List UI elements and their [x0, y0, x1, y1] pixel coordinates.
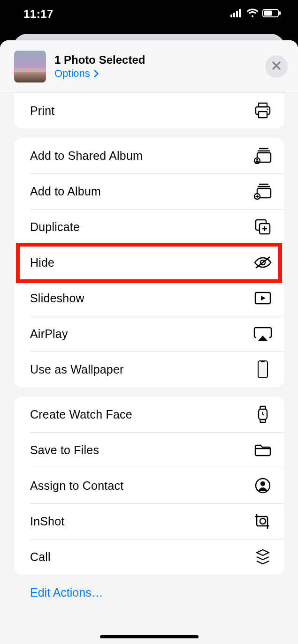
action-group: Create Watch Face Save to Files Assign t…	[14, 397, 284, 575]
slideshow-icon	[253, 288, 273, 308]
action-label: Create Watch Face	[30, 408, 253, 421]
svg-rect-6	[279, 11, 281, 15]
action-label: Hide	[30, 256, 253, 270]
action-assign-contact[interactable]: Assign to Contact	[14, 468, 284, 503]
svg-line-27	[256, 257, 270, 268]
action-group: Print	[14, 93, 284, 128]
action-duplicate[interactable]: Duplicate	[14, 209, 284, 245]
action-label: Call	[30, 550, 253, 564]
close-button[interactable]	[265, 55, 288, 78]
watch-icon	[253, 404, 273, 424]
hide-icon	[253, 253, 273, 272]
print-icon	[253, 101, 273, 120]
action-slideshow[interactable]: Slideshow	[14, 280, 284, 316]
shared-album-icon	[253, 146, 273, 165]
action-save-files[interactable]: Save to Files	[14, 432, 284, 468]
action-call[interactable]: Call	[14, 539, 284, 575]
svg-rect-29	[258, 361, 267, 378]
svg-rect-30	[261, 361, 265, 362]
add-album-icon	[253, 181, 273, 201]
actions-scroll[interactable]: Print Add to Shared Album Add to Album	[0, 93, 298, 644]
action-inshot[interactable]: InShot	[14, 503, 284, 539]
svg-rect-9	[259, 112, 267, 118]
header-text: 1 Photo Selected Options	[54, 53, 265, 80]
airplay-icon	[253, 324, 273, 344]
options-button[interactable]: Options	[54, 67, 99, 80]
battery-icon	[262, 9, 281, 19]
action-label: Slideshow	[30, 292, 253, 305]
svg-point-35	[260, 518, 266, 524]
action-label: InShot	[30, 515, 253, 528]
action-wallpaper[interactable]: Use as Wallpaper	[14, 352, 284, 387]
action-add-shared-album[interactable]: Add to Shared Album	[14, 138, 284, 173]
action-label: Use as Wallpaper	[30, 363, 253, 376]
action-label: Add to Album	[30, 185, 253, 198]
duplicate-icon	[253, 217, 273, 237]
cellular-icon	[230, 9, 243, 19]
close-icon	[271, 60, 282, 73]
share-sheet: 1 Photo Selected Options Print	[0, 40, 298, 644]
action-hide[interactable]: Hide	[14, 245, 284, 280]
sheet-header: 1 Photo Selected Options	[0, 40, 298, 92]
options-label: Options	[54, 67, 90, 80]
svg-point-15	[256, 159, 258, 161]
action-airplay[interactable]: AirPlay	[14, 316, 284, 352]
status-time: 11:17	[23, 7, 53, 21]
edit-actions-label: Edit Actions…	[30, 586, 103, 599]
status-icons	[230, 8, 281, 20]
svg-point-34	[260, 481, 265, 486]
action-label: Duplicate	[30, 220, 253, 234]
svg-point-10	[267, 108, 268, 110]
selection-thumbnail	[14, 51, 46, 82]
selection-title: 1 Photo Selected	[54, 53, 265, 67]
svg-rect-5	[264, 11, 272, 16]
svg-rect-2	[236, 11, 238, 17]
action-add-album[interactable]: Add to Album	[14, 173, 284, 209]
action-label: Assign to Contact	[30, 479, 253, 493]
wifi-icon	[246, 8, 259, 20]
contact-icon	[253, 476, 273, 495]
action-print[interactable]: Print	[14, 93, 284, 128]
action-label: AirPlay	[30, 327, 253, 341]
action-watch-face[interactable]: Create Watch Face	[14, 397, 284, 432]
status-bar: 11:17	[0, 0, 298, 28]
edit-actions-button[interactable]: Edit Actions…	[14, 575, 284, 611]
svg-rect-0	[230, 15, 232, 17]
home-indicator[interactable]	[100, 635, 199, 638]
action-label: Add to Shared Album	[30, 149, 253, 163]
wallpaper-icon	[253, 359, 273, 379]
svg-rect-3	[239, 9, 241, 17]
inshot-icon	[253, 511, 273, 531]
svg-rect-1	[233, 13, 235, 17]
action-group: Add to Shared Album Add to Album Duplica…	[14, 138, 284, 387]
call-stack-icon	[253, 547, 273, 567]
folder-icon	[253, 440, 273, 460]
action-label: Save to Files	[30, 443, 253, 457]
action-label: Print	[30, 104, 253, 118]
